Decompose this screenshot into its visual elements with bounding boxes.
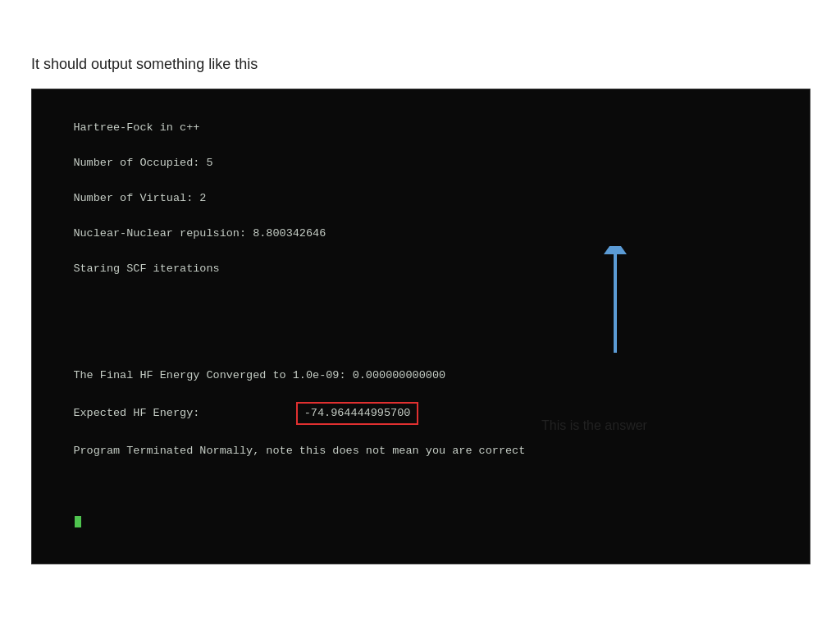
- answer-value: -74.964444995700: [296, 402, 419, 425]
- annotation-label: This is the answer: [541, 418, 647, 433]
- terminal-line-4: Nuclear-Nuclear repulsion: 8.800342646: [73, 227, 326, 240]
- terminal-line-1: Hartree-Fock in c++: [73, 121, 199, 134]
- terminal-window: Hartree-Fock in c++ Number of Occupied: …: [31, 89, 810, 564]
- terminal-cursor: [75, 516, 81, 527]
- terminal-line-terminated: Program Terminated Normally, note this d…: [73, 445, 525, 457]
- intro-text: It should output something like this: [31, 56, 258, 73]
- terminal-line-2: Number of Occupied: 5: [73, 157, 212, 169]
- terminal-line-5: Staring SCF iterations: [73, 262, 219, 275]
- terminal-content: Hartree-Fock in c++ Number of Occupied: …: [47, 101, 795, 549]
- terminal-line-3: Number of Virtual: 2: [73, 192, 206, 204]
- terminal-line-expected-label: Expected HF Energy:: [73, 407, 292, 419]
- answer-arrow: [582, 246, 648, 361]
- terminal-line-converged: The Final HF Energy Converged to 1.0e-09…: [73, 369, 445, 381]
